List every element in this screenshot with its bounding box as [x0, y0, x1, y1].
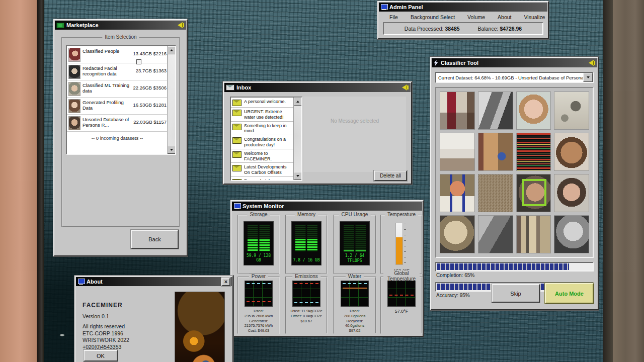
auto-mode-button[interactable]: Auto Mode — [545, 283, 594, 304]
meter-label: Power — [249, 274, 268, 279]
dataset-meta: 22.03GB $1157 — [133, 116, 167, 125]
image-tile[interactable] — [516, 215, 551, 253]
dataset-list: Classified People 13.43GB $2216 Redacted… — [67, 46, 168, 154]
dataset-dropdown-value: Current Dataset: 64.68% - 10.69GB - Unso… — [438, 75, 590, 80]
meter-label: Emissions — [292, 274, 320, 279]
message-row[interactable]: URGENT: Extreme water use detected! — [231, 108, 294, 122]
inbox-titlebar[interactable]: Inbox — [224, 83, 411, 92]
balance-value: $4726.96 — [500, 26, 522, 32]
image-tile[interactable] — [554, 92, 589, 130]
item-selection-groupbox: Item Selection Classified People 13.43GB… — [61, 37, 180, 227]
ok-button[interactable]: OK — [84, 350, 118, 361]
image-tile[interactable] — [440, 133, 475, 171]
list-item[interactable]: Classified People 13.43GB $2216 — [67, 46, 168, 63]
image-tile[interactable] — [554, 174, 589, 212]
marketplace-titlebar[interactable]: Marketplace — [55, 21, 186, 30]
balance-label: Balance: — [478, 26, 499, 32]
message-row[interactable]: Latest Developments On Carbon Offsets — [231, 163, 294, 177]
water-chart — [341, 281, 369, 307]
close-icon[interactable] — [221, 278, 230, 286]
message-subject: Something to keep in mind. — [244, 123, 293, 134]
data-processed: Data Processed: 38485 — [405, 26, 460, 32]
message-row[interactable]: A personal welcome. — [231, 98, 294, 108]
screen-frame-left — [37, 0, 44, 362]
message-row[interactable]: Welcome to FACEMINER. — [231, 149, 294, 163]
image-tile[interactable] — [478, 133, 513, 171]
list-item[interactable]: Redacted Facial recognition data 23.7GB … — [67, 63, 168, 80]
classifier-tool-window: Classifier Tool Current Dataset: 64.68% … — [430, 57, 599, 310]
message-subject: Congratulations on a productive day! — [244, 137, 293, 148]
memory-gauge: Memory 7.8 / 16 GB — [285, 215, 328, 274]
scrollbar[interactable] — [293, 98, 301, 180]
scroll-up-button[interactable] — [168, 46, 176, 54]
window-title: Marketplace — [66, 22, 99, 28]
cpu-gauge: CPU Usage 1.2 / 64 TFLOPS — [333, 215, 376, 274]
menu-background-select[interactable]: Background Select — [411, 14, 455, 20]
window-title: Admin Panel — [389, 4, 423, 10]
image-tile[interactable] — [478, 92, 513, 130]
computer-icon — [233, 203, 240, 209]
image-tile[interactable] — [478, 174, 513, 212]
speaker-icon[interactable] — [178, 22, 185, 28]
message-subject: URGENT: Extreme water use detected! — [244, 109, 293, 120]
dropdown-arrow-button[interactable] — [583, 73, 593, 82]
image-tile[interactable] — [440, 215, 475, 253]
admin-panel-titlebar[interactable]: Admin Panel — [379, 3, 547, 12]
scroll-down-button[interactable] — [168, 146, 176, 154]
completion-label: Completion: 65% — [436, 273, 593, 278]
menu-file[interactable]: File — [389, 14, 398, 20]
about-titlebar[interactable]: About — [76, 277, 232, 286]
back-button[interactable]: Back — [131, 230, 179, 249]
image-tile[interactable] — [440, 174, 475, 212]
image-tile[interactable] — [516, 92, 551, 130]
list-item[interactable]: Classified ML Training data 22.26GB $350… — [67, 80, 168, 98]
system-monitor-titlebar[interactable]: System Monitor — [232, 202, 422, 211]
water-meter: Water Used: 288.0gallons Recycled: 40.0g… — [333, 277, 376, 334]
scroll-down-button[interactable] — [294, 172, 302, 180]
image-tile[interactable] — [440, 92, 475, 130]
mail-icon — [232, 100, 242, 106]
speaker-icon[interactable] — [589, 60, 596, 66]
mail-icon — [232, 137, 242, 144]
speaker-icon[interactable] — [402, 84, 409, 90]
face-detection-box — [522, 179, 546, 206]
message-subject: Latest Developments On Carbon Offsets — [244, 164, 293, 175]
dataset-name: Unsorted Database of Persons R... — [83, 116, 131, 128]
classifier-titlebar[interactable]: Classifier Tool — [432, 58, 597, 67]
menu-volume[interactable]: Volume — [467, 14, 485, 20]
delete-all-button[interactable]: Delete all — [374, 170, 407, 181]
image-tile[interactable] — [478, 215, 513, 253]
scroll-up-button[interactable] — [294, 98, 302, 106]
menu-visualize[interactable]: Visualize — [524, 14, 545, 20]
message-row[interactable]: Something to keep in mind. — [231, 122, 294, 136]
menu-about[interactable]: About — [498, 14, 511, 20]
dataset-thumbnail — [68, 48, 80, 62]
gauge-label: Memory — [295, 212, 318, 217]
image-tile[interactable] — [554, 215, 589, 253]
image-tile-face-detected[interactable] — [516, 174, 551, 212]
list-item[interactable]: Generated Profiling Data 16.53GB $1281 — [67, 98, 168, 115]
skip-button[interactable]: Skip — [492, 284, 540, 303]
message-preview-panel: No Message selected — [303, 97, 406, 172]
list-item[interactable]: Unsorted Database of Persons R... 22.03G… — [67, 115, 168, 132]
admin-status-bar: Data Processed: 38485 Balance: $4726.96 — [383, 22, 543, 35]
balance: Balance: $4726.96 — [478, 26, 522, 32]
message-row[interactable]: Re: marketplace — [231, 177, 294, 180]
scrollbar[interactable] — [167, 46, 175, 154]
incoming-datasets-note: -- 0 incoming datasets -- — [67, 132, 168, 141]
storage-value: 59.9 / 128 GB — [244, 253, 273, 262]
emissions-meter: Emissions Used: 11.9kgCO2e Offset: 0.0kg… — [285, 277, 328, 334]
admin-panel-window: Admin Panel File Background Select Volum… — [377, 1, 549, 39]
dataset-listbox: Classified People 13.43GB $2216 Redacted… — [66, 45, 176, 155]
dataset-dropdown[interactable]: Current Dataset: 64.68% - 10.69GB - Unso… — [435, 72, 594, 83]
emissions-chart — [292, 281, 320, 307]
unchecked-checkbox[interactable] — [136, 59, 141, 64]
message-row[interactable]: Congratulations on a productive day! — [231, 135, 294, 149]
power-chart — [245, 281, 273, 307]
window-title: About — [87, 279, 103, 285]
mail-icon — [232, 110, 242, 116]
message-subject: Re: marketplace — [244, 178, 277, 180]
image-tile[interactable] — [516, 133, 551, 171]
storage-lcd: 59.9 / 128 GB — [244, 221, 274, 265]
image-tile[interactable] — [554, 133, 589, 171]
